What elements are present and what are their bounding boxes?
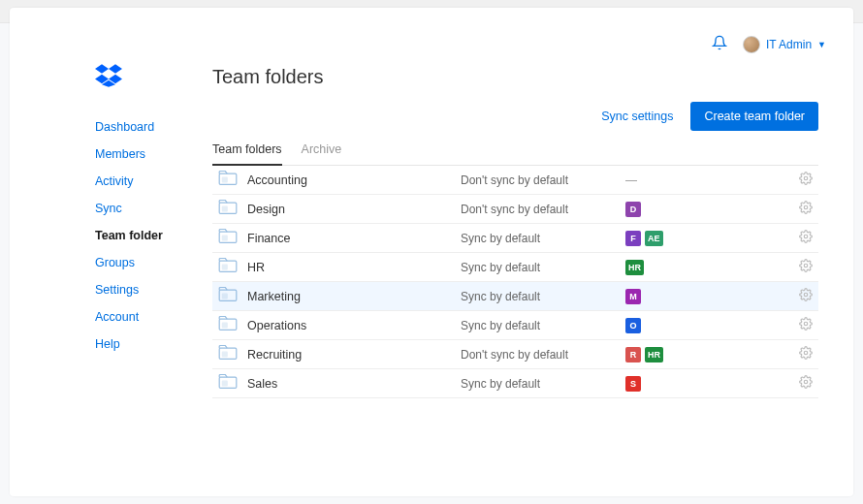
sidebar-item-dashboard[interactable]: Dashboard xyxy=(95,120,199,134)
sidebar-item-groups[interactable]: Groups xyxy=(95,256,199,269)
svg-rect-27 xyxy=(222,381,227,386)
group-badges: O xyxy=(625,318,742,333)
sync-status: Sync by default xyxy=(461,261,625,274)
sidebar-item-account[interactable]: Account xyxy=(95,310,199,324)
svg-point-25 xyxy=(804,351,808,355)
table-row[interactable]: FinanceSync by defaultFAE xyxy=(212,224,818,253)
svg-rect-6 xyxy=(222,177,227,182)
folder-icon xyxy=(218,229,238,247)
create-team-folder-button[interactable]: Create team folder xyxy=(690,102,818,131)
gear-icon[interactable] xyxy=(799,346,813,362)
sidebar-item-help[interactable]: Help xyxy=(95,337,199,351)
svg-point-22 xyxy=(804,322,808,326)
sync-status: Don't sync by default xyxy=(461,173,625,187)
group-badges: S xyxy=(625,376,742,392)
sync-status: Sync by default xyxy=(461,319,625,332)
svg-rect-15 xyxy=(222,265,227,269)
svg-point-13 xyxy=(804,235,808,238)
svg-rect-24 xyxy=(222,352,227,357)
gear-icon[interactable] xyxy=(799,375,813,392)
group-badges: HR xyxy=(625,260,742,275)
sync-status: Sync by default xyxy=(461,377,625,391)
svg-point-28 xyxy=(804,380,808,384)
sync-status: Don't sync by default xyxy=(461,348,625,362)
group-badges: D xyxy=(625,202,742,217)
group-badge: HR xyxy=(645,347,663,362)
folder-name: Marketing xyxy=(247,290,301,303)
table-row[interactable]: DesignDon't sync by defaultD xyxy=(212,195,818,224)
folder-name: Design xyxy=(247,203,285,216)
svg-point-7 xyxy=(804,176,808,180)
table-row[interactable]: OperationsSync by defaultO xyxy=(212,311,818,340)
group-badge: F xyxy=(625,231,641,246)
notifications-icon[interactable] xyxy=(712,35,727,53)
folder-icon xyxy=(218,287,238,305)
svg-point-19 xyxy=(804,293,808,297)
page-title: Team folders xyxy=(212,66,818,88)
svg-rect-21 xyxy=(222,323,227,328)
sync-settings-link[interactable]: Sync settings xyxy=(601,110,673,123)
table-row[interactable]: MarketingSync by defaultM xyxy=(212,282,818,311)
group-badge: M xyxy=(625,289,641,304)
sidebar-item-team-folder[interactable]: Team folder xyxy=(95,229,199,242)
folder-icon xyxy=(218,200,238,218)
table-row[interactable]: RecruitingDon't sync by defaultRHR xyxy=(212,340,818,369)
sidebar-item-activity[interactable]: Activity xyxy=(95,174,199,188)
folder-name: Operations xyxy=(247,319,306,332)
folder-name: HR xyxy=(247,261,265,274)
group-badges: RHR xyxy=(625,347,742,362)
folder-icon xyxy=(218,171,238,189)
chevron-down-icon: ▼ xyxy=(817,40,826,49)
group-badge: O xyxy=(625,318,641,333)
sync-status: Sync by default xyxy=(461,290,625,303)
gear-icon[interactable] xyxy=(799,201,813,217)
svg-point-16 xyxy=(804,264,808,268)
folder-icon xyxy=(218,345,238,363)
gear-icon[interactable] xyxy=(799,259,813,275)
folder-icon xyxy=(218,316,238,334)
folder-name: Accounting xyxy=(247,173,307,187)
group-badges: — xyxy=(625,173,742,187)
group-badge: R xyxy=(625,347,641,362)
group-badge: HR xyxy=(625,260,644,275)
gear-icon[interactable] xyxy=(799,230,813,246)
group-badges: FAE xyxy=(625,231,742,246)
svg-rect-12 xyxy=(222,236,227,240)
tab-team-folders[interactable]: Team folders xyxy=(212,142,282,166)
table-row[interactable]: HRSync by defaultHR xyxy=(212,253,818,282)
tab-archive[interactable]: Archive xyxy=(302,142,342,166)
group-badges: M xyxy=(625,289,742,304)
table-row[interactable]: AccountingDon't sync by default— xyxy=(212,166,818,195)
table-row[interactable]: SalesSync by defaultS xyxy=(212,369,818,398)
group-badge: D xyxy=(625,202,641,217)
sidebar-item-members[interactable]: Members xyxy=(95,147,199,161)
group-badge: S xyxy=(625,376,641,392)
gear-icon[interactable] xyxy=(799,317,813,333)
svg-rect-18 xyxy=(222,294,227,299)
folder-name: Finance xyxy=(247,232,290,245)
sidebar-item-sync[interactable]: Sync xyxy=(95,202,199,215)
user-menu[interactable]: IT Admin ▼ xyxy=(743,36,826,53)
svg-rect-9 xyxy=(222,206,227,211)
folder-icon xyxy=(218,374,238,393)
folder-icon xyxy=(218,258,238,276)
folder-name: Sales xyxy=(247,377,277,391)
gear-icon[interactable] xyxy=(799,288,813,304)
sidebar-item-settings[interactable]: Settings xyxy=(95,283,199,297)
user-label: IT Admin xyxy=(766,38,812,51)
folder-name: Recruiting xyxy=(247,348,302,362)
svg-point-10 xyxy=(804,205,808,209)
group-badge: AE xyxy=(645,231,663,246)
sync-status: Sync by default xyxy=(461,232,625,245)
sync-status: Don't sync by default xyxy=(461,203,625,216)
avatar xyxy=(743,36,760,53)
gear-icon[interactable] xyxy=(799,172,813,188)
